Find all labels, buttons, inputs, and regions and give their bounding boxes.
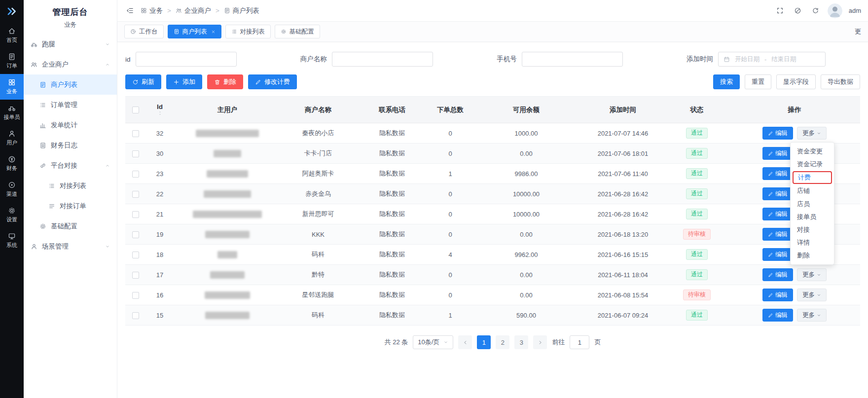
yen-icon	[8, 155, 16, 163]
edit-billing-button[interactable]: 修改计费	[248, 74, 297, 89]
row-checkbox[interactable]	[132, 272, 139, 279]
edit-button[interactable]: 编辑	[762, 167, 793, 180]
dropdown-item-7[interactable]: 详情	[791, 236, 834, 249]
id-filter-input[interactable]	[136, 52, 237, 67]
dropdown-item-4[interactable]: 店员	[791, 198, 834, 211]
row-checkbox[interactable]	[132, 171, 139, 178]
sidebar-item-link-orders[interactable]: 对接订单	[24, 196, 117, 216]
rail-item-system[interactable]: 系统	[0, 228, 24, 253]
dropdown-item-5[interactable]: 接单员	[791, 211, 834, 223]
reset-button[interactable]: 重置	[745, 74, 771, 89]
dropdown-item-1[interactable]: 资金记录	[791, 158, 834, 171]
more-button[interactable]: 更多	[797, 289, 827, 301]
cell-phone: 隐私数据	[355, 164, 429, 184]
export-data-button[interactable]: 导出数据	[821, 74, 860, 89]
row-checkbox[interactable]	[132, 292, 139, 299]
fullscreen-button[interactable]	[774, 5, 786, 16]
row-checkbox[interactable]	[132, 211, 139, 218]
edit-button[interactable]: 编辑	[762, 187, 793, 200]
more-button[interactable]: 更多	[797, 309, 827, 322]
add-button[interactable]: 添加	[166, 74, 202, 89]
dropdown-item-6[interactable]: 对接	[791, 223, 834, 236]
gear-icon	[8, 207, 16, 215]
tab-workbench[interactable]: 工作台	[124, 25, 164, 38]
username-label[interactable]: adm	[849, 7, 861, 14]
edit-button[interactable]: 编辑	[762, 127, 793, 140]
rail-item-business[interactable]: 业务	[0, 74, 24, 100]
edit-button[interactable]: 编辑	[762, 248, 793, 261]
merchant-name-input[interactable]	[332, 52, 433, 67]
rail-item-settings[interactable]: 设置	[0, 202, 24, 228]
sidebar-item-link-list[interactable]: 对接列表	[24, 176, 117, 196]
sidebar-item-base-config[interactable]: 基础配置	[24, 216, 117, 236]
breadcrumb-item-merchant-list[interactable]: 商户列表	[224, 6, 259, 15]
edit-button[interactable]: 编辑	[762, 208, 793, 220]
sidebar-item-platform-link[interactable]: 平台对接	[24, 155, 117, 176]
tab-merchant-list[interactable]: 商户列表	[168, 25, 221, 38]
page-3-button[interactable]: 3	[514, 335, 528, 349]
cell-phone: 隐私数据	[355, 224, 429, 245]
row-checkbox[interactable]	[132, 312, 139, 319]
rail-item-users[interactable]: 用户	[0, 125, 24, 151]
row-checkbox[interactable]	[132, 150, 139, 157]
col-header-id[interactable]: Id	[146, 97, 174, 123]
tab-link-list[interactable]: 对接列表	[225, 25, 271, 38]
page-size-select[interactable]: 10条/页	[413, 335, 453, 349]
sidebar-item-errand[interactable]: 跑腿	[24, 34, 117, 54]
row-checkbox[interactable]	[132, 191, 139, 198]
date-range-picker[interactable]: 开始日期 - 结束日期	[718, 52, 826, 67]
refresh-button[interactable]: 刷新	[125, 74, 161, 89]
breadcrumb-item-business[interactable]: 业务	[141, 6, 163, 15]
tab-base-config[interactable]: 基础配置	[275, 25, 320, 38]
rail-item-finance[interactable]: 财务	[0, 151, 24, 177]
phone-input[interactable]	[522, 52, 623, 67]
rail-item-couriers[interactable]: 接单员	[0, 100, 24, 125]
sidebar-collapse-button[interactable]	[124, 5, 136, 16]
rail-item-orders[interactable]: 订单	[0, 48, 24, 74]
show-fields-button[interactable]: 显示字段	[776, 74, 816, 89]
main-area: 业务 > 企业商户 > 商户列表 adm 工作台	[117, 0, 868, 398]
edit-button[interactable]: 编辑	[762, 309, 793, 322]
edit-button[interactable]: 编辑	[762, 268, 793, 281]
app-logo[interactable]	[0, 0, 24, 23]
col-header-8: 操作	[729, 97, 860, 123]
search-button[interactable]: 搜索	[713, 74, 740, 89]
breadcrumb-item-enterprise-merchants[interactable]: 企业商户	[176, 6, 211, 15]
trash-icon	[214, 79, 220, 85]
next-page-button[interactable]	[533, 335, 547, 349]
row-checkbox[interactable]	[132, 252, 139, 258]
dropdown-item-3[interactable]: 店铺	[791, 184, 834, 197]
refresh-page-button[interactable]	[810, 5, 821, 16]
goto-page-input[interactable]	[570, 335, 589, 349]
pencil-icon	[768, 171, 773, 177]
row-checkbox[interactable]	[132, 130, 139, 137]
more-button[interactable]: 更多	[797, 268, 827, 281]
sidebar-item-merchant-list[interactable]: 商户列表	[24, 74, 117, 95]
user-avatar[interactable]	[828, 3, 842, 18]
page-1-button[interactable]: 1	[477, 335, 491, 349]
sidebar-item-scene-management[interactable]: 场景管理	[24, 236, 117, 256]
dropdown-item-8[interactable]: 删除	[791, 249, 834, 262]
sidebar-item-enterprise-merchants[interactable]: 企业商户	[24, 54, 117, 74]
edit-button[interactable]: 编辑	[762, 228, 793, 241]
select-all-checkbox[interactable]	[132, 107, 139, 113]
delete-button[interactable]: 删除	[207, 74, 243, 89]
more-button[interactable]: 更多	[797, 127, 827, 140]
dropdown-item-2[interactable]: 计费	[793, 171, 832, 184]
sidebar-item-dispatch-stats[interactable]: 发单统计	[24, 115, 117, 135]
sidebar-item-finance-log[interactable]: 财务日志	[24, 135, 117, 155]
page-2-button[interactable]: 2	[496, 335, 509, 349]
cell-time: 2021-06-28 16:42	[581, 184, 665, 204]
redacted-main-user	[207, 170, 248, 178]
sidebar-item-order-management[interactable]: 订单管理	[24, 95, 117, 115]
edit-button[interactable]: 编辑	[762, 147, 793, 160]
rail-item-channels[interactable]: 渠道	[0, 177, 24, 202]
edit-button[interactable]: 编辑	[762, 289, 793, 301]
dropdown-item-0[interactable]: 资金变更	[791, 145, 834, 158]
rail-item-home[interactable]: 首页	[0, 23, 24, 48]
prev-page-button[interactable]	[458, 335, 472, 349]
lock-screen-button[interactable]	[792, 5, 803, 16]
tabs-more-button[interactable]: 更	[851, 27, 861, 36]
rail-item-label: 系统	[6, 242, 17, 249]
row-checkbox[interactable]	[132, 231, 139, 238]
